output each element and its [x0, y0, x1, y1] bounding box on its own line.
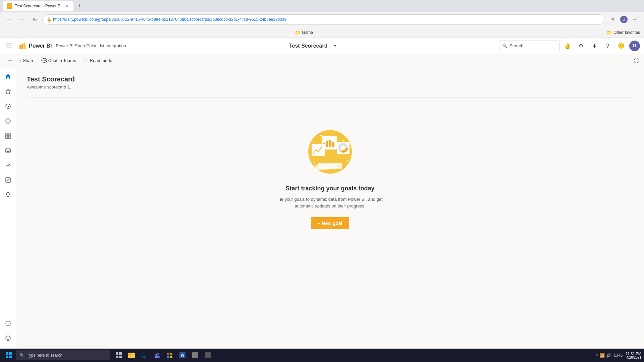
svg-rect-54	[167, 353, 169, 355]
scorecard-page-title: Test Scorecard	[27, 75, 633, 83]
search-icon: 🔍	[502, 43, 507, 48]
empty-state-title: Start tracking your goals today	[285, 185, 374, 192]
scorecard-chevron[interactable]: ▾	[334, 44, 336, 48]
address-bar[interactable]: 🔒 https://daily.powerbi.com/groups/8b16b…	[42, 14, 605, 24]
svg-rect-42	[9, 352, 12, 355]
game-folder[interactable]: 📁 Game	[295, 30, 313, 35]
sidebar-item-create[interactable]	[1, 114, 15, 128]
svg-rect-57	[170, 356, 172, 358]
expand-icon[interactable]: ⛶	[634, 58, 639, 63]
taskbar-search-box[interactable]: 🔍 Type here to search	[16, 350, 110, 360]
read-mode-button[interactable]: 📄 Read mode	[80, 56, 115, 65]
empty-state-illustration: ✦ ✦ ✦ ✦	[297, 123, 364, 177]
chat-in-teams-button[interactable]: 💬 Chat in Teams	[39, 56, 79, 65]
help-button[interactable]: ?	[602, 41, 613, 51]
system-tray: ^ 📶 🔊	[596, 353, 611, 358]
windows-logo-icon	[6, 352, 12, 358]
sidebar-item-alerts[interactable]	[1, 188, 15, 201]
svg-rect-44	[9, 356, 12, 358]
menu-button[interactable]: ☰	[5, 56, 15, 65]
menu-icon: ☰	[8, 58, 12, 63]
settings-button[interactable]: ⚙	[576, 41, 586, 51]
new-tab-button[interactable]: +	[75, 1, 84, 11]
svg-text:✦: ✦	[346, 159, 349, 163]
taskbar-app1[interactable]	[189, 349, 201, 361]
tray-arrow-icon[interactable]: ^	[596, 353, 598, 358]
scorecard-nav-title: Test Scorecard	[289, 43, 327, 49]
search-box[interactable]: 🔍 Search	[499, 41, 559, 51]
sidebar-item-recent[interactable]	[1, 100, 15, 113]
active-tab[interactable]: ⚡ Test Scorecard - Power BI ✕	[3, 1, 73, 11]
other-favorites[interactable]: 📁 Other favorites	[606, 30, 640, 35]
svg-rect-5	[19, 45, 21, 49]
taskbar-store-button[interactable]	[164, 349, 176, 361]
new-goal-button[interactable]: + New goal	[311, 217, 349, 229]
svg-rect-11	[5, 133, 8, 135]
share-label: Share	[23, 58, 35, 63]
svg-point-19	[6, 336, 10, 341]
extensions-button[interactable]: ⊡	[608, 15, 617, 24]
main-area: Test Scorecard Awesome scorecard 1. ✦ ✦ …	[0, 67, 644, 362]
svg-rect-35	[312, 144, 325, 156]
taskbar-clock[interactable]: 11:51 PM 4/28/2021	[626, 352, 641, 359]
taskbar-app2[interactable]	[202, 349, 214, 361]
scorecard-description: Awesome scorecard 1.	[27, 84, 633, 89]
svg-rect-41	[6, 352, 8, 355]
sidebar-item-workspaces[interactable]	[1, 129, 15, 142]
svg-rect-60	[192, 352, 198, 358]
scorecard-header: Test Scorecard Awesome scorecard 1.	[27, 75, 633, 89]
svg-point-21	[8, 338, 9, 338]
sidebar-item-feedback[interactable]	[1, 331, 15, 345]
svg-rect-14	[8, 136, 11, 138]
taskbar-edge-button[interactable]	[138, 349, 150, 361]
sidebar-item-scorecards[interactable]	[1, 173, 15, 187]
svg-point-53	[155, 354, 157, 356]
refresh-button[interactable]: ↻	[30, 14, 40, 24]
svg-point-52	[157, 353, 159, 355]
svg-rect-31	[332, 142, 334, 147]
sidebar-item-metrics[interactable]	[1, 159, 15, 172]
browser-right-icons: ⊡ U ⋯	[608, 15, 640, 24]
profile-button[interactable]: U	[619, 15, 629, 24]
svg-rect-46	[119, 352, 122, 355]
start-button[interactable]	[3, 349, 15, 361]
empty-state: ✦ ✦ ✦ ✦	[27, 103, 633, 249]
address-bar-row: ← → ↻ 🔒 https://daily.powerbi.com/groups…	[0, 12, 644, 27]
sidebar-item-home[interactable]	[1, 70, 15, 83]
notifications-button[interactable]: 🔔	[562, 41, 573, 51]
download-button[interactable]: ⬇	[589, 41, 600, 51]
user-avatar[interactable]: U	[629, 41, 640, 51]
tab-close-button[interactable]: ✕	[64, 3, 69, 9]
hamburger-button[interactable]	[4, 41, 15, 51]
taskbar-view-button[interactable]	[113, 349, 125, 361]
browser-chrome: ⚡ Test Scorecard - Power BI ✕ + ← → ↻ 🔒 …	[0, 0, 644, 38]
powerbi-text: Power BI	[29, 43, 52, 49]
powerbi-logo-svg	[19, 42, 27, 50]
svg-rect-12	[8, 133, 11, 135]
share-button[interactable]: ↑ Share	[16, 56, 37, 65]
svg-rect-6	[21, 44, 23, 49]
back-button[interactable]: ←	[4, 14, 14, 24]
sidebar-item-favorites[interactable]	[1, 85, 15, 98]
network-icon[interactable]: 📶	[599, 353, 605, 358]
svg-rect-45	[116, 352, 118, 355]
volume-icon[interactable]: 🔊	[606, 353, 611, 358]
svg-rect-55	[170, 353, 172, 355]
taskbar-time: 11:51 PM	[626, 352, 641, 356]
svg-point-18	[8, 322, 8, 323]
taskbar-word-button[interactable]: W	[176, 349, 189, 361]
svg-rect-47	[116, 356, 118, 358]
svg-rect-8	[25, 45, 26, 49]
sidebar-item-datahub[interactable]	[1, 144, 15, 157]
browser-menu-button[interactable]: ⋯	[631, 15, 640, 24]
top-nav: Power BI Power BI SharePoint List Integr…	[0, 38, 644, 54]
content-area: Test Scorecard Awesome scorecard 1. ✦ ✦ …	[16, 67, 644, 362]
svg-text:W: W	[181, 353, 184, 357]
forward-button[interactable]: →	[17, 14, 27, 24]
svg-point-20	[7, 338, 7, 338]
taskbar-explorer-button[interactable]	[125, 349, 138, 361]
taskbar-right: ^ 📶 🔊 ENG 11:51 PM 4/28/2021	[596, 352, 641, 359]
feedback-button[interactable]: 🙂	[616, 41, 627, 51]
taskbar-teams-button[interactable]	[151, 349, 163, 361]
sidebar-item-support[interactable]	[1, 317, 15, 330]
